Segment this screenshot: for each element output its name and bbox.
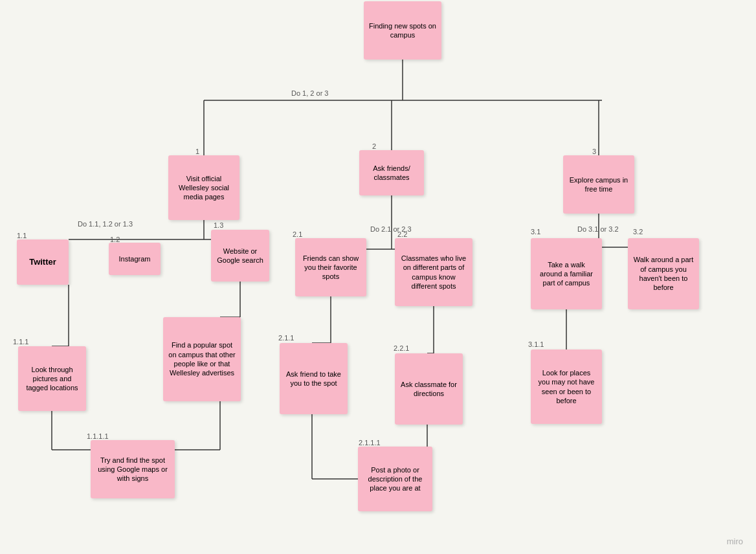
label-l22: 2.2 — [397, 230, 407, 238]
node-1111[interactable]: Try and find the spot using Google maps … — [91, 440, 175, 498]
label-l13: 1.3 — [214, 221, 223, 229]
node-11[interactable]: Twitter — [17, 239, 69, 285]
label-l2111: 2.1.1.1 — [359, 439, 381, 447]
label-l32: 3.2 — [633, 228, 643, 236]
node-32[interactable]: Walk around a part of campus you haven't… — [628, 238, 699, 309]
label-l1111: 1.1.1.1 — [87, 432, 109, 440]
node-131[interactable]: Find a popular spot on campus that other… — [163, 317, 241, 401]
label-l221: 2.2.1 — [394, 344, 409, 352]
node-root[interactable]: Finding new spots on campus — [364, 1, 441, 60]
node-13[interactable]: Website or Google search — [211, 230, 269, 282]
node-2[interactable]: Ask friends/ classmates — [359, 150, 424, 195]
label-l21: 2.1 — [293, 230, 302, 238]
label-do123: Do 1, 2 or 3 — [291, 89, 328, 97]
node-1[interactable]: Visit official Wellesley social media pa… — [168, 155, 239, 220]
label-l211: 2.1.1 — [278, 334, 294, 342]
node-31[interactable]: Take a walk around a familiar part of ca… — [531, 238, 602, 309]
node-21[interactable]: Friends can show you their favorite spot… — [295, 238, 366, 296]
label-3: 3 — [592, 148, 596, 155]
node-221[interactable]: Ask classmate for directions — [395, 353, 463, 425]
label-do1x: Do 1.1, 1.2 or 1.3 — [78, 220, 133, 228]
label-l12: 1.2 — [110, 236, 120, 243]
node-12[interactable]: Instagram — [109, 243, 161, 275]
canvas: Finding new spots on campus Visit offici… — [0, 0, 756, 554]
label-2: 2 — [372, 142, 376, 150]
node-311[interactable]: Look for places you may not have seen or… — [531, 349, 602, 424]
node-3[interactable]: Explore campus in free time — [563, 155, 634, 214]
node-211[interactable]: Ask friend to take you to the spot — [280, 343, 348, 414]
label-l311: 3.1.1 — [528, 340, 544, 348]
node-111[interactable]: Look through pictures and tagged locatio… — [18, 346, 86, 411]
label-l31: 3.1 — [531, 228, 540, 236]
label-do31: Do 3.1 or 3.2 — [577, 225, 619, 233]
label-1: 1 — [195, 148, 199, 155]
label-l11: 1.1 — [17, 232, 27, 239]
miro-watermark: miro — [727, 537, 743, 546]
node-22[interactable]: Classmates who live on different parts o… — [395, 238, 472, 306]
label-l111: 1.1.1 — [13, 338, 28, 346]
node-2111[interactable]: Post a photo or description of the place… — [358, 447, 432, 511]
